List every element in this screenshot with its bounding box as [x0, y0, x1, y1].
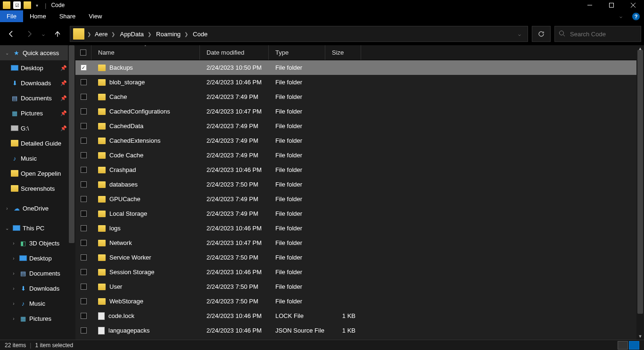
close-button[interactable]	[622, 0, 644, 10]
nav-item[interactable]: Screenshots	[0, 181, 75, 196]
nav-item[interactable]: › ▤ Documents	[0, 266, 75, 281]
table-row[interactable]: Local Storage 2/24/2023 7:49 PM File fol…	[75, 206, 644, 221]
row-checkbox[interactable]	[81, 313, 87, 319]
nav-item[interactable]: ▦ Pictures 📌	[0, 106, 75, 121]
address-bar[interactable]: ❯ Aere❯ AppData❯ Roaming❯ Code ⌵	[70, 26, 528, 42]
nav-item[interactable]: › ◧ 3D Objects	[0, 236, 75, 251]
main-scrollbar[interactable]: ▲ ▼	[636, 45, 644, 340]
breadcrumb-2[interactable]: Roaming❯	[152, 26, 189, 41]
table-row[interactable]: languagepacks 2/24/2023 10:46 PM JSON So…	[75, 323, 644, 338]
chevron-right-icon[interactable]: ›	[10, 316, 17, 321]
breadcrumb-1[interactable]: AppData❯	[116, 26, 152, 41]
nav-item[interactable]: › ⬇ Downloads	[0, 281, 75, 296]
row-checkbox[interactable]	[81, 254, 87, 260]
nav-this-pc[interactable]: ⌄ This PC	[0, 220, 75, 236]
search-input[interactable]: Search Code	[554, 26, 641, 42]
chevron-down-icon[interactable]: ⌄	[4, 226, 10, 231]
qat-checkbox-icon[interactable]: ☑	[13, 1, 21, 9]
nav-item[interactable]: ♪ Music	[0, 151, 75, 166]
qat-folder-icon[interactable]	[24, 1, 31, 9]
row-checkbox[interactable]	[81, 225, 87, 231]
ribbon-tab-file[interactable]: File	[0, 10, 23, 22]
ribbon-tab-home[interactable]: Home	[23, 10, 53, 22]
table-row[interactable]: CachedConfigurations 2/24/2023 10:47 PM …	[75, 104, 644, 119]
breadcrumb-3[interactable]: Code	[189, 26, 208, 41]
table-row[interactable]: Crashpad 2/24/2023 10:46 PM File folder	[75, 163, 644, 177]
chevron-right-icon[interactable]: ›	[10, 301, 17, 306]
nav-quick-access[interactable]: ⌄ ★ Quick access	[0, 45, 75, 60]
table-row[interactable]: code.lock 2/24/2023 10:46 PM LOCK File 1…	[75, 309, 644, 323]
row-checkbox[interactable]	[81, 240, 87, 246]
row-checkbox[interactable]	[81, 94, 87, 100]
chevron-down-icon[interactable]: ⌄	[4, 50, 10, 56]
row-checkbox[interactable]	[81, 123, 87, 129]
nav-onedrive[interactable]: › ☁ OneDrive	[0, 201, 75, 216]
back-button[interactable]	[3, 25, 20, 42]
row-checkbox[interactable]	[81, 181, 87, 187]
chevron-right-icon[interactable]: ›	[4, 206, 10, 211]
scrollbar-thumb[interactable]	[69, 45, 74, 243]
view-large-icons-button[interactable]	[629, 341, 639, 350]
table-row[interactable]: User 2/24/2023 7:50 PM File folder	[75, 279, 644, 294]
header-size[interactable]: Size	[325, 45, 361, 60]
row-checkbox[interactable]	[81, 79, 87, 85]
ribbon-collapse-button[interactable]: ⌵	[616, 10, 630, 22]
header-name[interactable]: ˄Name	[91, 45, 200, 60]
table-row[interactable]: GPUCache 2/24/2023 7:49 PM File folder	[75, 192, 644, 206]
chevron-right-icon[interactable]: ❯	[181, 32, 188, 37]
nav-scrollbar[interactable]	[68, 45, 75, 340]
nav-item[interactable]: Detailed Guide	[0, 136, 75, 151]
header-type[interactable]: Type	[269, 45, 325, 60]
recent-locations-button[interactable]: ⌵	[39, 25, 48, 42]
nav-item[interactable]: ⬇ Downloads 📌	[0, 75, 75, 90]
nav-item[interactable]: › Desktop	[0, 251, 75, 266]
header-date[interactable]: Date modified	[200, 45, 269, 60]
table-row[interactable]: blob_storage 2/24/2023 10:46 PM File fol…	[75, 75, 644, 90]
table-row[interactable]: Code Cache 2/24/2023 7:49 PM File folder	[75, 148, 644, 163]
scrollbar-thumb[interactable]	[637, 50, 643, 314]
row-checkbox[interactable]	[81, 138, 87, 144]
ribbon-tab-share[interactable]: Share	[53, 10, 83, 22]
chevron-right-icon[interactable]: ›	[10, 271, 17, 276]
nav-item[interactable]: › ♪ Music	[0, 296, 75, 311]
table-row[interactable]: Service Worker 2/24/2023 7:50 PM File fo…	[75, 250, 644, 265]
forward-button[interactable]	[21, 25, 38, 42]
table-row[interactable]: Cache 2/24/2023 7:49 PM File folder	[75, 90, 644, 104]
nav-item[interactable]: Open Zeppelin	[0, 166, 75, 181]
qat-dropdown[interactable]: ▾	[34, 3, 40, 8]
maximize-button[interactable]	[601, 0, 622, 10]
table-row[interactable]: ✓ Backups 2/24/2023 10:50 PM File folder	[75, 60, 644, 75]
chevron-right-icon[interactable]: ❯	[87, 32, 91, 37]
help-button[interactable]: ?	[630, 10, 644, 22]
breadcrumb-0[interactable]: Aere❯	[91, 26, 116, 41]
nav-item[interactable]: G:\ 📌	[0, 121, 75, 136]
table-row[interactable]: Network 2/24/2023 10:47 PM File folder	[75, 236, 644, 250]
header-checkbox[interactable]	[75, 45, 91, 60]
row-checkbox[interactable]: ✓	[81, 65, 87, 71]
nav-item[interactable]: Desktop 📌	[0, 60, 75, 75]
view-details-button[interactable]	[618, 341, 628, 350]
row-checkbox[interactable]	[81, 298, 87, 304]
row-checkbox[interactable]	[81, 196, 87, 202]
chevron-right-icon[interactable]: ›	[10, 241, 17, 246]
chevron-right-icon[interactable]: ❯	[144, 32, 151, 37]
row-checkbox[interactable]	[81, 108, 87, 114]
row-checkbox[interactable]	[81, 167, 87, 173]
row-checkbox[interactable]	[81, 327, 87, 334]
table-row[interactable]: WebStorage 2/24/2023 7:50 PM File folder	[75, 294, 644, 309]
table-row[interactable]: CachedData 2/24/2023 7:49 PM File folder	[75, 119, 644, 133]
chevron-right-icon[interactable]: ❯	[107, 32, 115, 37]
table-row[interactable]: logs 2/24/2023 10:46 PM File folder	[75, 221, 644, 236]
table-row[interactable]: CachedExtensions 2/24/2023 7:49 PM File …	[75, 133, 644, 148]
refresh-button[interactable]	[532, 26, 551, 42]
nav-item[interactable]: › ▦ Pictures	[0, 311, 75, 326]
row-checkbox[interactable]	[81, 211, 87, 217]
minimize-button[interactable]	[579, 0, 601, 10]
row-checkbox[interactable]	[81, 269, 87, 275]
row-checkbox[interactable]	[81, 284, 87, 290]
up-button[interactable]	[49, 25, 66, 42]
chevron-right-icon[interactable]: ›	[10, 256, 17, 261]
row-checkbox[interactable]	[81, 152, 87, 158]
address-dropdown[interactable]: ⌵	[512, 26, 528, 41]
chevron-right-icon[interactable]: ›	[10, 286, 17, 291]
